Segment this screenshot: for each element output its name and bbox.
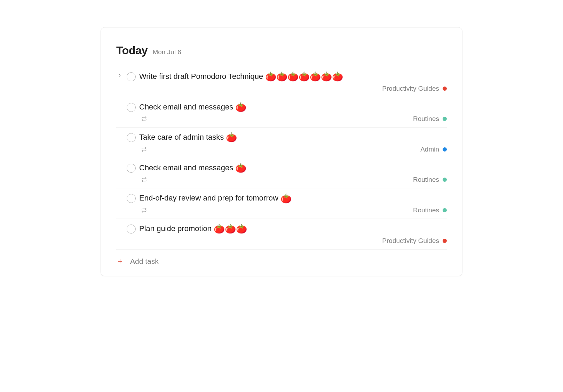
project-tag[interactable]: Productivity Guides: [382, 237, 447, 245]
task-title: Check email and messages: [139, 102, 233, 112]
project-name: Routines: [413, 206, 439, 214]
task-title: Plan guide promotion: [139, 224, 212, 234]
task-item[interactable]: Check email and messages 🍅 Routines: [116, 158, 447, 189]
task-checkbox[interactable]: [127, 164, 136, 173]
project-color-dot: [443, 147, 447, 152]
recurring-icon: [141, 207, 147, 213]
page-date: Mon Jul 6: [152, 48, 181, 56]
tomato-count-icon: 🍅: [235, 163, 246, 172]
project-name: Routines: [413, 176, 439, 183]
task-checkbox[interactable]: [127, 194, 136, 203]
tomato-count-icon: 🍅🍅🍅🍅🍅🍅🍅: [265, 72, 343, 81]
task-item[interactable]: Check email and messages 🍅 Routines: [116, 97, 447, 128]
recurring-icon: [141, 116, 147, 122]
add-task-button[interactable]: Add task: [116, 250, 447, 266]
task-item[interactable]: Plan guide promotion 🍅🍅🍅 Productivity Gu…: [116, 219, 447, 250]
task-item[interactable]: Take care of admin tasks 🍅 Admin: [116, 128, 447, 158]
project-color-dot: [443, 178, 447, 182]
task-item[interactable]: Write first draft Pomodoro Technique 🍅🍅🍅…: [116, 67, 447, 97]
project-name: Routines: [413, 115, 439, 123]
tomato-count-icon: 🍅🍅🍅: [214, 224, 247, 233]
project-color-dot: [443, 239, 447, 243]
project-tag[interactable]: Routines: [413, 176, 447, 183]
tomato-count-icon: 🍅: [280, 194, 292, 203]
header: Today Mon Jul 6: [116, 44, 447, 57]
chevron-right-icon[interactable]: [117, 73, 122, 79]
page-title: Today: [116, 44, 148, 57]
task-checkbox[interactable]: [127, 224, 136, 234]
project-tag[interactable]: Productivity Guides: [382, 85, 447, 92]
task-title: End-of-day review and prep for tomorrow: [139, 193, 278, 203]
task-checkbox[interactable]: [127, 72, 136, 81]
add-task-label: Add task: [130, 257, 159, 266]
tomato-count-icon: 🍅: [226, 133, 237, 142]
recurring-icon: [141, 177, 147, 182]
project-color-dot: [443, 87, 447, 91]
project-name: Productivity Guides: [382, 237, 439, 245]
project-tag[interactable]: Routines: [413, 206, 447, 214]
task-item[interactable]: End-of-day review and prep for tomorrow …: [116, 188, 447, 219]
project-tag[interactable]: Admin: [420, 146, 447, 153]
task-list: Write first draft Pomodoro Technique 🍅🍅🍅…: [116, 67, 447, 250]
task-title: Take care of admin tasks: [139, 132, 224, 142]
plus-icon: [116, 258, 124, 265]
project-name: Admin: [420, 146, 439, 153]
project-color-dot: [443, 208, 447, 212]
tomato-count-icon: 🍅: [235, 103, 246, 112]
project-tag[interactable]: Routines: [413, 115, 447, 123]
task-checkbox[interactable]: [127, 103, 136, 112]
task-title: Write first draft Pomodoro Technique: [139, 72, 263, 82]
task-title: Check email and messages: [139, 163, 233, 173]
recurring-icon: [141, 147, 147, 152]
project-name: Productivity Guides: [382, 85, 439, 92]
today-view-card: Today Mon Jul 6 Write first draft Pomodo…: [101, 27, 462, 276]
task-checkbox[interactable]: [127, 133, 136, 142]
project-color-dot: [443, 117, 447, 121]
